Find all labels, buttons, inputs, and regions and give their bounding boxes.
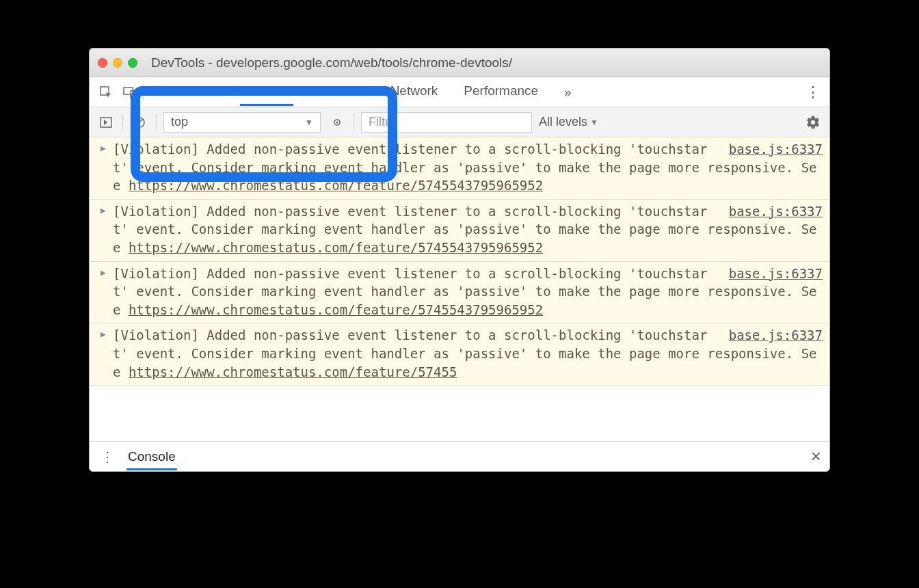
tab-performance[interactable]: Performance [461, 78, 541, 106]
console-message: ▶ base.js:6337 [Violation] Added non-pas… [90, 137, 829, 200]
window-close-button[interactable] [98, 58, 107, 68]
filter-input[interactable] [361, 112, 532, 133]
message-source-link[interactable]: base.js:6337 [729, 265, 823, 283]
live-expression-icon[interactable] [328, 113, 347, 132]
main-tabs: Elements Console Sources Network Perform… [160, 78, 799, 106]
window-minimize-button[interactable] [113, 58, 122, 68]
message-link[interactable]: https://www.chromestatus.com/feature/574… [129, 178, 543, 193]
expand-arrow-icon[interactable]: ▶ [101, 267, 106, 279]
window-controls [98, 58, 137, 68]
chevron-down-icon: ▼ [590, 118, 598, 127]
window-title: DevTools - developers.google.com/web/too… [151, 55, 512, 70]
drawer-tab-console[interactable]: Console [126, 443, 177, 470]
message-link[interactable]: https://www.chromestatus.com/feature/574… [129, 364, 457, 379]
expand-arrow-icon[interactable]: ▶ [101, 204, 106, 217]
drawer: ⋮ Console × [90, 441, 829, 471]
message-source-link[interactable]: base.js:6337 [729, 140, 823, 159]
close-drawer-icon[interactable]: × [811, 446, 821, 467]
tab-elements[interactable]: Elements [160, 78, 219, 106]
context-selector[interactable]: top ▼ [163, 112, 321, 133]
log-levels-label: All levels [539, 115, 587, 129]
message-source-link[interactable]: base.js:6337 [729, 202, 823, 221]
devtools-window: DevTools - developers.google.com/web/too… [89, 48, 830, 472]
console-messages: ▶ base.js:6337 [Violation] Added non-pas… [90, 137, 829, 441]
kebab-menu-icon[interactable]: ⋮ [803, 83, 823, 102]
message-link[interactable]: https://www.chromestatus.com/feature/574… [129, 302, 543, 317]
svg-point-7 [336, 121, 338, 123]
settings-gear-icon[interactable] [803, 113, 823, 132]
inspect-element-icon[interactable] [96, 83, 116, 102]
console-message: ▶ base.js:6337 [Violation] Added non-pas… [90, 200, 829, 262]
console-toolbar: top ▼ All levels ▼ [90, 107, 829, 137]
chevron-down-icon: ▼ [305, 118, 313, 127]
clear-console-icon[interactable] [130, 113, 149, 132]
svg-line-5 [136, 119, 143, 126]
expand-arrow-icon[interactable]: ▶ [101, 142, 106, 155]
expand-arrow-icon[interactable]: ▶ [101, 328, 106, 340]
message-link[interactable]: https://www.chromestatus.com/feature/574… [129, 240, 543, 255]
tab-sources[interactable]: Sources [314, 78, 367, 106]
drawer-kebab-icon[interactable]: ⋮ [98, 447, 117, 466]
main-tabs-row: Elements Console Sources Network Perform… [90, 77, 829, 107]
tab-console[interactable]: Console [240, 78, 293, 106]
console-message: ▶ base.js:6337 [Violation] Added non-pas… [90, 262, 829, 324]
log-levels-dropdown[interactable]: All levels ▼ [539, 115, 598, 129]
svg-rect-2 [131, 91, 135, 98]
separator [143, 84, 144, 101]
device-toolbar-icon[interactable] [120, 83, 139, 102]
toggle-sidebar-icon[interactable] [96, 113, 116, 132]
tab-network[interactable]: Network [388, 78, 441, 106]
separator [156, 114, 157, 131]
message-source-link[interactable]: base.js:6337 [729, 326, 823, 345]
console-message: ▶ base.js:6337 [Violation] Added non-pas… [90, 323, 829, 386]
tabs-overflow[interactable]: » [561, 78, 574, 106]
separator [122, 114, 123, 131]
window-zoom-button[interactable] [128, 58, 137, 68]
titlebar: DevTools - developers.google.com/web/too… [90, 49, 829, 77]
context-selector-value: top [171, 115, 188, 129]
separator [354, 114, 354, 131]
